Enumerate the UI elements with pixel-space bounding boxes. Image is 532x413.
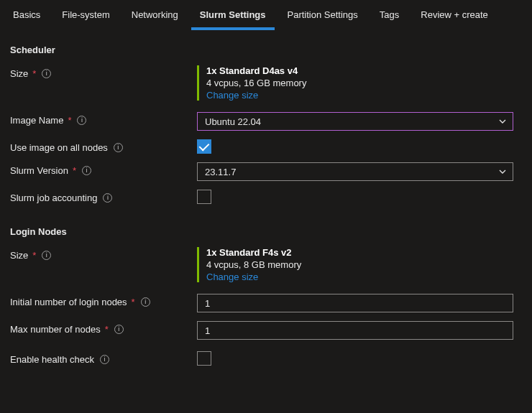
info-icon[interactable]: i	[42, 251, 51, 260]
info-icon[interactable]: i	[114, 325, 124, 334]
label-enable-health: Enable health check	[10, 354, 94, 365]
label-login-size: Size	[10, 250, 28, 261]
info-icon[interactable]: i	[141, 297, 150, 307]
scheduler-size-title: 1x Standard D4as v4	[206, 65, 513, 76]
info-icon[interactable]: i	[103, 193, 112, 203]
enable-health-checkbox[interactable]	[197, 351, 211, 366]
required-marker: *	[32, 68, 36, 79]
info-icon[interactable]: i	[82, 166, 91, 175]
label-use-image-all: Use image on all nodes	[10, 142, 108, 153]
label-max-nodes: Max number of nodes	[10, 324, 101, 335]
login-size-title: 1x Standard F4s v2	[206, 247, 513, 258]
initial-login-nodes-input[interactable]	[197, 294, 513, 312]
info-icon[interactable]: i	[42, 69, 51, 78]
label-scheduler-size: Size	[10, 68, 28, 79]
tab-partition-settings[interactable]: Partition Settings	[279, 4, 367, 30]
scheduler-change-size-link[interactable]: Change size	[206, 90, 513, 101]
slurm-accounting-checkbox[interactable]	[197, 190, 211, 204]
required-marker: *	[32, 250, 36, 261]
chevron-down-icon	[498, 117, 507, 126]
slurm-version-value: 23.11.7	[205, 167, 236, 177]
content-area: Scheduler Size * i 1x Standard D4as v4 4…	[0, 30, 532, 386]
tab-slurm-settings[interactable]: Slurm Settings	[191, 4, 275, 30]
label-slurm-version: Slurm Version	[10, 165, 68, 176]
section-scheduler-title: Scheduler	[10, 45, 522, 55]
tab-filesystem[interactable]: File-system	[53, 4, 118, 30]
login-size-sub: 4 vcpus, 8 GB memory	[206, 259, 513, 270]
login-size-box: 1x Standard F4s v2 4 vcpus, 8 GB memory …	[197, 247, 513, 282]
tab-tags[interactable]: Tags	[371, 4, 408, 30]
label-image-name: Image Name	[10, 115, 63, 126]
tabs-bar: Basics File-system Networking Slurm Sett…	[0, 0, 532, 30]
required-marker: *	[68, 115, 71, 126]
required-marker: *	[132, 297, 135, 307]
tab-review-create[interactable]: Review + create	[412, 4, 497, 30]
tab-basics[interactable]: Basics	[4, 4, 49, 30]
scheduler-size-box: 1x Standard D4as v4 4 vcpus, 16 GB memor…	[197, 65, 513, 101]
chevron-down-icon	[498, 167, 507, 176]
required-marker: *	[73, 165, 76, 176]
image-name-value: Ubuntu 22.04	[205, 116, 261, 127]
tab-networking[interactable]: Networking	[123, 4, 187, 30]
required-marker: *	[105, 324, 109, 335]
slurm-version-select[interactable]: 23.11.7	[197, 162, 513, 181]
info-icon[interactable]: i	[100, 355, 109, 364]
use-image-all-checkbox[interactable]	[197, 139, 211, 154]
info-icon[interactable]: i	[77, 116, 86, 125]
label-initial-login-nodes: Initial number of login nodes	[10, 297, 127, 307]
label-slurm-accounting: Slurm job accounting	[10, 192, 97, 203]
section-login-nodes-title: Login Nodes	[10, 226, 522, 237]
image-name-select[interactable]: Ubuntu 22.04	[197, 112, 513, 131]
info-icon[interactable]: i	[114, 143, 123, 152]
scheduler-size-sub: 4 vcpus, 16 GB memory	[206, 78, 513, 88]
login-change-size-link[interactable]: Change size	[206, 272, 513, 282]
max-nodes-input[interactable]	[197, 321, 513, 340]
